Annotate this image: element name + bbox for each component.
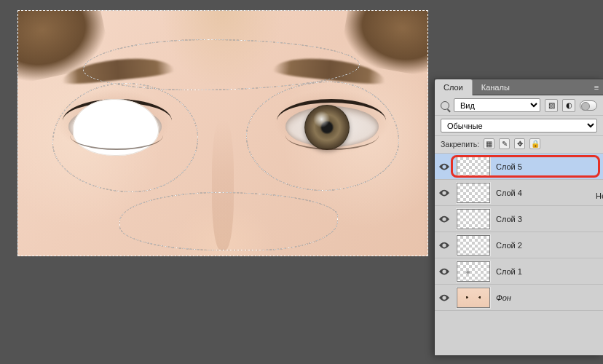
layer-filter-kind-select[interactable]: Вид [454,98,540,112]
layer-row[interactable]: Слой 4 [435,180,603,206]
visibility-eye-icon[interactable] [438,291,451,304]
layer-thumbnail[interactable] [457,157,490,177]
layer-filter-row: Вид ▧ ◐ [435,95,603,116]
layer-thumbnail[interactable] [457,183,490,203]
panel-tab-bar: Слои Каналы ≡ [435,79,603,95]
layer-name-label[interactable]: Слой 4 [496,189,522,197]
panel-flyout-menu-icon[interactable]: ≡ [590,83,603,92]
visibility-eye-icon[interactable] [438,160,451,173]
layer-name-label[interactable]: Слой 2 [496,241,522,250]
filter-pixel-icon[interactable]: ▧ [545,99,558,112]
tab-channels[interactable]: Каналы [473,81,519,93]
document-image[interactable] [17,10,428,256]
layer-row[interactable]: Слой 2 [435,232,603,258]
visibility-eye-icon[interactable] [438,239,451,252]
lock-label: Закрепить: [441,140,479,149]
tab-layers[interactable]: Слои [435,79,473,95]
layers-list: Слой 5Слой 4Слой 3Слой 2Слой 1Фон [435,154,603,355]
filter-toggle[interactable] [580,100,597,111]
layer-name-label[interactable]: Слой 3 [496,215,522,223]
layer-row[interactable]: Фон [435,285,603,311]
nose-bridge [212,119,234,250]
lock-transparency-icon[interactable]: ▦ [484,138,494,149]
layer-row[interactable]: Слой 3 [435,206,603,232]
layer-thumbnail[interactable] [457,209,490,229]
layer-thumbnail[interactable] [457,261,490,282]
layer-row[interactable]: Слой 5 [435,154,603,180]
search-icon [441,101,449,110]
layer-thumbnail[interactable] [457,288,490,308]
layer-name-label[interactable]: Слой 5 [496,162,522,171]
layer-name-label[interactable]: Слой 1 [496,267,522,276]
filter-adjust-icon[interactable]: ◐ [562,99,575,112]
layer-row[interactable]: Слой 1 [435,258,603,285]
blend-opacity-row: Обычные Не [435,116,603,136]
visibility-eye-icon[interactable] [438,265,451,278]
layer-name-label[interactable]: Фон [496,293,511,302]
lock-pixels-icon[interactable]: ✎ [499,138,510,149]
visibility-eye-icon[interactable] [438,186,451,199]
blend-mode-select[interactable]: Обычные [441,119,597,132]
lock-row: Закрепить: ▦ ✎ ✥ 🔒 [435,136,603,154]
layer-thumbnail[interactable] [457,235,490,256]
lock-position-icon[interactable]: ✥ [514,138,525,149]
opacity-label-cropped: Не [596,191,603,206]
layers-panel: Слои Каналы ≡ Вид ▧ ◐ Обычные Не Закрепи… [434,79,603,355]
lock-all-icon[interactable]: 🔒 [529,138,540,149]
visibility-eye-icon[interactable] [438,213,451,226]
